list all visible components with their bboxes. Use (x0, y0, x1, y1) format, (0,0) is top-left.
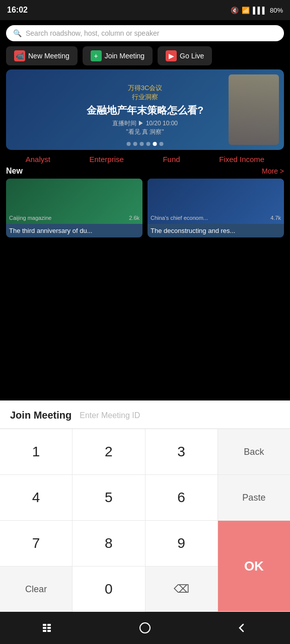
battery-icon: 80% (270, 7, 283, 14)
key-6[interactable]: 6 (146, 475, 218, 520)
tab-fund[interactable]: Fund (163, 155, 180, 164)
card-1[interactable]: Caijing magazine 2.6k The third annivers… (6, 179, 142, 237)
search-icon: 🔍 (13, 29, 22, 37)
banner-subtitle: 行业洞察 (87, 93, 203, 102)
dot-3 (140, 142, 144, 146)
key-9[interactable]: 9 (146, 521, 218, 566)
new-meeting-button[interactable]: 📹 New Meeting (6, 46, 78, 65)
cards-row: Caijing magazine 2.6k The third annivers… (6, 179, 284, 237)
dot-2 (133, 142, 137, 146)
join-meeting-title: Join Meeting (10, 410, 71, 421)
card-1-image: Caijing magazine 2.6k (6, 179, 142, 224)
dot-1 (127, 142, 131, 146)
dot-5 (153, 142, 157, 146)
key-ok[interactable]: OK (218, 521, 290, 611)
banner[interactable]: 万得3C会议 行业洞察 金融地产年末策略怎么看? 直播时间 ▶ 10/20 10… (6, 69, 284, 150)
join-meeting-panel: Join Meeting Enter Meeting ID 1 2 3 Back… (0, 400, 290, 612)
action-buttons-row: 📹 New Meeting + Join Meeting ▶ Go Live (6, 46, 284, 65)
nav-back-icon[interactable] (227, 618, 257, 638)
search-bar[interactable]: 🔍 Search roadshow, host, column or speak… (6, 25, 284, 41)
join-meeting-button[interactable]: + Join Meeting (83, 46, 153, 65)
more-link[interactable]: More > (262, 167, 284, 175)
card-1-badge: Caijing magazine 2.6k (9, 215, 139, 221)
svg-rect-0 (43, 624, 46, 626)
svg-rect-1 (47, 624, 51, 626)
key-clear[interactable]: Clear (0, 567, 72, 612)
key-1[interactable]: 1 (0, 429, 72, 474)
status-time: 16:02 (7, 6, 28, 15)
svg-rect-5 (47, 630, 51, 632)
banner-figure (229, 74, 279, 145)
numpad: 1 2 3 Back 4 5 6 Paste 7 8 9 OK Clear 0 … (0, 429, 290, 612)
join-meeting-header: Join Meeting Enter Meeting ID (0, 400, 290, 429)
svg-rect-6 (140, 623, 150, 633)
new-meeting-label: New Meeting (28, 52, 69, 60)
card-2-badge: China's chief econom... 4.7k (151, 215, 281, 221)
search-placeholder: Search roadshow, host, column or speaker (26, 29, 159, 37)
banner-dots (127, 142, 164, 146)
card-2-source: China's chief econom... (151, 215, 208, 221)
tab-analyst[interactable]: Analyst (26, 155, 50, 164)
category-tabs: Analyst Enterprise Fund Fixed Income (6, 155, 284, 164)
join-meeting-icon: + (91, 50, 102, 61)
card-1-count: 2.6k (129, 215, 139, 221)
key-5[interactable]: 5 (72, 475, 144, 520)
key-7[interactable]: 7 (0, 521, 72, 566)
status-bar: 16:02 🔇 📶 ▌▌▌ 80% (0, 0, 290, 20)
card-1-title: The third anniversary of du... (6, 224, 142, 237)
card-2-count: 4.7k (270, 215, 281, 221)
nav-bar (0, 612, 290, 644)
banner-main: 金融地产年末策略怎么看? (87, 104, 203, 117)
wifi-icon: 📶 (242, 7, 250, 14)
key-paste[interactable]: Paste (218, 475, 290, 520)
banner-caption: "看见 真 洞察" (87, 128, 203, 136)
dot-4 (147, 142, 151, 146)
mute-icon: 🔇 (231, 7, 239, 14)
go-live-icon: ▶ (166, 50, 177, 61)
tab-enterprise[interactable]: Enterprise (90, 155, 124, 164)
card-2[interactable]: China's chief econom... 4.7k The deconst… (148, 179, 284, 237)
card-2-image: China's chief econom... 4.7k (148, 179, 284, 224)
key-3[interactable]: 3 (146, 429, 218, 474)
banner-text: 万得3C会议 行业洞察 金融地产年末策略怎么看? 直播时间 ▶ 10/20 10… (87, 84, 203, 136)
svg-rect-2 (43, 627, 46, 629)
new-meeting-icon: 📹 (14, 50, 25, 61)
key-4[interactable]: 4 (0, 475, 72, 520)
new-section-header: New More > (6, 167, 284, 176)
key-0[interactable]: 0 (72, 567, 144, 612)
key-8[interactable]: 8 (72, 521, 144, 566)
nav-home-icon[interactable] (130, 618, 160, 638)
tab-fixed-income[interactable]: Fixed Income (219, 155, 264, 164)
new-section-title: New (6, 167, 23, 176)
key-2[interactable]: 2 (72, 429, 144, 474)
join-meeting-id-placeholder[interactable]: Enter Meeting ID (80, 411, 140, 420)
go-live-button[interactable]: ▶ Go Live (158, 46, 212, 65)
svg-rect-4 (43, 630, 46, 632)
signal-icon: ▌▌▌ (253, 7, 267, 14)
go-live-label: Go Live (180, 52, 204, 60)
banner-tag: 万得3C会议 (87, 84, 203, 93)
nav-menu-icon[interactable] (33, 618, 63, 638)
dot-6 (160, 142, 164, 146)
banner-time: 直播时间 ▶ 10/20 10:00 (87, 119, 203, 128)
status-icons: 🔇 📶 ▌▌▌ 80% (231, 7, 283, 14)
key-back[interactable]: Back (218, 429, 290, 474)
join-meeting-label: Join Meeting (105, 52, 144, 60)
card-1-source: Caijing magazine (9, 215, 51, 221)
svg-rect-3 (47, 627, 51, 629)
key-backspace[interactable]: ⌫ (146, 567, 218, 612)
card-2-title: The deconstructing and res... (148, 224, 284, 237)
